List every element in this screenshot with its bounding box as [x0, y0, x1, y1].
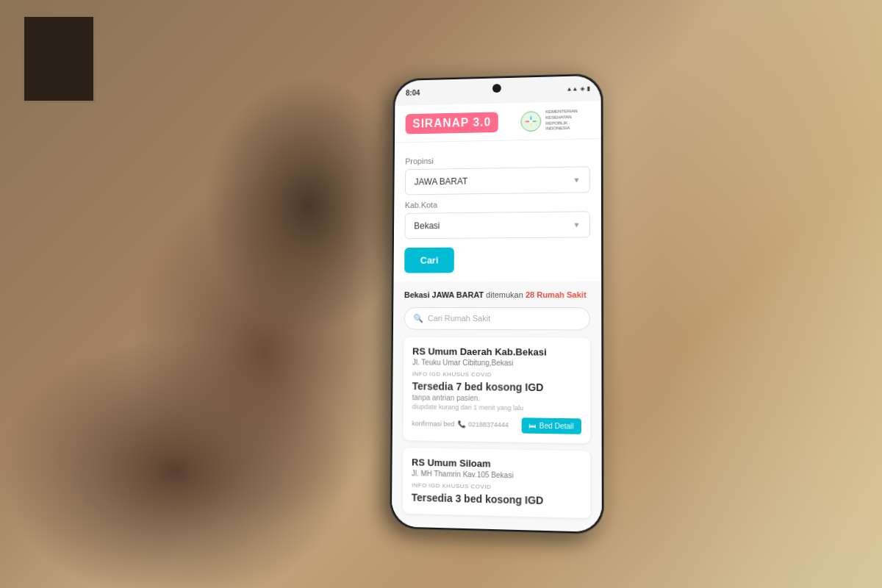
phone-wrapper: 8:04 ▲▲ ◈ ▮ SIRANAP 3.0 — [390, 74, 604, 535]
city-dropdown[interactable]: Bekasi ▼ — [404, 211, 589, 239]
hospital-search-bar[interactable]: 🔍 Cari Rumah Sakit — [404, 307, 590, 331]
results-location: Bekasi JAWA BARAT — [404, 290, 484, 299]
hospital-1-bed-info: Tersedia 7 bed kosong IGD — [412, 380, 581, 393]
picture-frame — [22, 15, 96, 103]
phone-icon: 📞 — [457, 420, 465, 428]
ministry-text: KEMENTERIAN KESEHATAN REPOBLIK INDONESIA — [545, 109, 589, 132]
province-label: Propinsi — [405, 154, 589, 165]
wifi-icon: ◈ — [580, 85, 584, 92]
city-value: Bekasi — [414, 220, 440, 231]
battery-icon: ▮ — [587, 85, 589, 92]
status-icons: ▲▲ ◈ ▮ — [567, 85, 590, 93]
hospital-2-bed-info: Tersedia 3 bed kosong IGD — [412, 491, 581, 507]
search-button[interactable]: Cari — [404, 248, 454, 273]
hospital-1-address: Jl. Teuku Umar Cibitung,Bekasi — [412, 358, 581, 368]
hospital-1-bed-update: diupdate kurang dari 1 menit yang lalu — [412, 403, 581, 412]
app-header: SIRANAP 3.0 — [395, 101, 601, 143]
window-light — [662, 0, 882, 588]
kemenkes-icon — [520, 110, 542, 132]
hospital-2-covid-badge: INFO IGD KHUSUS COVID — [412, 481, 581, 492]
results-summary: Bekasi JAWA BARAT ditemukan 28 Rumah Sak… — [404, 289, 590, 301]
phone-screen: 8:04 ▲▲ ◈ ▮ SIRANAP 3.0 — [392, 76, 602, 532]
search-rs-icon: 🔍 — [413, 314, 423, 323]
hospital-1-name: RS Umum Daerah Kab.Bekasi — [412, 345, 581, 357]
app-form: Propinsi JAWA BARAT ▼ Kab.Kota Bekasi ▼ … — [393, 139, 601, 282]
city-arrow-icon: ▼ — [573, 220, 581, 229]
app-logo: SIRANAP 3.0 — [406, 112, 499, 134]
city-label: Kab.Kota — [405, 198, 590, 209]
hospital-1-detail-button[interactable]: 🛏 Bed Detail — [522, 417, 581, 434]
phone-confirm-label: konfirmasi bed — [412, 420, 454, 428]
phone-device: 8:04 ▲▲ ◈ ▮ SIRANAP 3.0 — [390, 74, 604, 535]
hospital-1-confirm: konfirmasi bed 📞 02188374444 — [412, 420, 509, 429]
hospital-card-2: RS Umum Siloam Jl. MH Thamrin Kav.105 Be… — [403, 448, 591, 518]
signal-icon: ▲▲ — [567, 85, 578, 92]
hospital-2-address: Jl. MH Thamrin Kav.105 Bekasi — [412, 469, 581, 481]
results-found-text: ditemukan — [486, 290, 526, 299]
ministry-logo: KEMENTERIAN KESEHATAN REPOBLIK INDONESIA — [520, 109, 589, 133]
results-section: Bekasi JAWA BARAT ditemukan 28 Rumah Sak… — [392, 282, 602, 532]
search-rs-placeholder: Cari Rumah Sakit — [428, 314, 490, 323]
hospital-2-name: RS Umum Siloam — [412, 456, 581, 471]
scene: 8:04 ▲▲ ◈ ▮ SIRANAP 3.0 — [0, 0, 882, 588]
hospital-1-bed-sub: tanpa antrian pasien. — [412, 393, 581, 404]
bed-icon: 🛏 — [529, 421, 537, 429]
province-dropdown[interactable]: JAWA BARAT ▼ — [405, 166, 590, 195]
province-arrow-icon: ▼ — [573, 176, 581, 184]
status-bar: 8:04 ▲▲ ◈ ▮ — [395, 76, 600, 106]
hospital-1-covid-badge: INFO IGD KHUSUS COVID — [412, 370, 581, 379]
status-time: 8:04 — [406, 89, 420, 97]
hospital-1-phone: 02188374444 — [468, 420, 509, 429]
hospital-1-footer: konfirmasi bed 📞 02188374444 🛏 Bed Detai… — [412, 416, 581, 434]
hospital-card-1: RS Umum Daerah Kab.Bekasi Jl. Teuku Umar… — [403, 337, 590, 443]
province-value: JAWA BARAT — [415, 176, 468, 187]
app-screen: SIRANAP 3.0 — [392, 101, 602, 532]
hospital-1-detail-label: Bed Detail — [539, 421, 574, 430]
results-count: 28 Rumah Sakit — [526, 290, 587, 299]
front-camera — [492, 84, 501, 93]
